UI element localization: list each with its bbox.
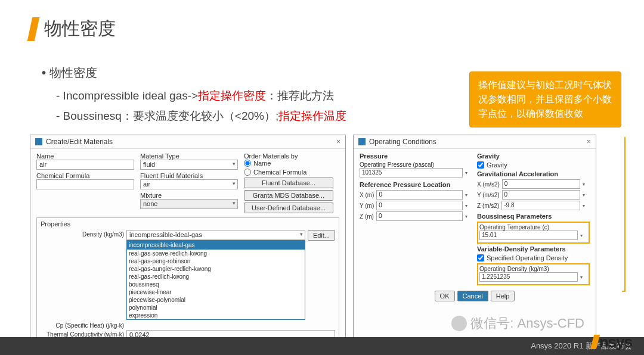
mix-label: Mixture — [140, 192, 238, 199]
title-accent — [27, 17, 40, 41]
spec-density-checkbox[interactable] — [477, 254, 484, 261]
ok-button[interactable]: OK — [435, 291, 455, 301]
dialog-title-text: Create/Edit Materials — [46, 138, 113, 146]
gravity-checkbox[interactable] — [477, 161, 484, 169]
pressure-title: Pressure — [360, 152, 472, 160]
wechat-icon — [451, 316, 467, 331]
dialog-titlebar: Create/Edit Materials × — [30, 135, 345, 149]
ref-loc-title: Reference Pressure Location — [360, 181, 472, 188]
op-press-label: Operating Pressure (pascal) — [360, 161, 472, 168]
highlight-temp: Operating Temperature (c) 15.01▾ — [477, 222, 590, 244]
density-label: Density (kg/m3) — [41, 230, 124, 238]
op-temp-input[interactable]: 15.01 — [479, 231, 578, 240]
name-input[interactable]: air — [36, 160, 134, 170]
order-name-radio[interactable] — [244, 160, 251, 167]
properties-group: Properties Density (kg/m3) incompressibl… — [36, 217, 339, 355]
ffm-label: Fluent Fluid Materials — [140, 172, 238, 179]
x-input[interactable]: 0 — [376, 190, 463, 200]
mtype-dropdown[interactable]: fluid — [140, 160, 238, 170]
materials-dialog: Create/Edit Materials × Name air Chemica… — [30, 135, 346, 355]
properties-title: Properties — [41, 220, 335, 228]
op-temp-label: Operating Temperature (c) — [479, 224, 587, 231]
fluent-db-button[interactable]: Fluent Database... — [244, 178, 333, 188]
dd-opt[interactable]: piecewise-polynomial — [127, 296, 305, 304]
op-dens-input[interactable]: 1.2251235 — [479, 272, 578, 282]
dd-opt[interactable]: real-gas-soave-redlich-kwong — [127, 250, 305, 257]
connector-line — [622, 137, 626, 292]
granta-db-button[interactable]: Granta MDS Database... — [244, 190, 333, 201]
page-title: 物性密度 — [44, 17, 116, 41]
slide: 物性密度 物性密度 - Incompressible ideal gas->指定… — [0, 0, 644, 355]
ffm-dropdown[interactable]: air — [140, 179, 238, 189]
dd-opt[interactable]: real-gas-peng-robinson — [127, 257, 305, 265]
dd-opt[interactable]: expression — [127, 312, 305, 319]
footer: Ansys 2020 R1 新产品发布会 — [0, 337, 644, 355]
dialog-icon — [358, 138, 366, 145]
order-chem-radio[interactable] — [244, 169, 251, 176]
title-section: 物性密度 — [30, 17, 614, 41]
dd-opt[interactable]: polynomial — [127, 304, 305, 312]
close-icon[interactable]: × — [336, 138, 340, 146]
z-input[interactable]: 0 — [376, 211, 463, 221]
cp-label: Cp (Specific Heat) (j/kg-k) — [41, 321, 124, 329]
vardens-title: Variable-Density Parameters — [477, 245, 590, 253]
edit-button[interactable]: Edit... — [308, 230, 335, 241]
dd-opt[interactable]: incompressible-ideal-gas — [127, 241, 305, 250]
grav-acc-title: Gravitational Acceleration — [477, 170, 590, 178]
density-dropdown[interactable]: incompressible-ideal-gas — [126, 230, 305, 240]
y-input[interactable]: 0 — [376, 201, 463, 210]
density-dropdown-list[interactable]: incompressible-ideal-gas real-gas-soave-… — [126, 240, 305, 320]
spinner-icon[interactable]: ▾ — [465, 170, 472, 176]
dialog-titlebar: Operating Conditions × — [354, 135, 596, 149]
highlight-density: Operating Density (kg/m3) 1.2251235▾ — [477, 263, 590, 285]
op-press-input[interactable]: 101325 — [360, 168, 463, 178]
chem-input[interactable] — [36, 179, 134, 189]
mix-dropdown: none — [140, 199, 238, 209]
op-dens-label: Operating Density (kg/m3) — [479, 266, 587, 272]
gy-input[interactable]: 0 — [502, 190, 580, 200]
wechat-watermark: 微信号: Ansys-CFD — [451, 314, 584, 332]
ansys-logo: nsys — [592, 333, 632, 351]
cancel-button[interactable]: Cancel — [457, 291, 488, 301]
mtype-label: Material Type — [140, 152, 238, 160]
gz-input[interactable]: -9.8 — [501, 201, 580, 210]
boussinesq-title: Boussinesq Parameters — [477, 213, 590, 220]
close-icon[interactable]: × — [587, 138, 591, 146]
user-db-button[interactable]: User-Defined Database... — [244, 203, 333, 213]
dialog-icon — [35, 138, 42, 145]
help-button[interactable]: Help — [491, 291, 515, 301]
dd-opt[interactable]: boussinesq — [127, 281, 305, 288]
dd-opt[interactable]: real-gas-aungier-redlich-kwong — [127, 265, 305, 273]
gx-input[interactable]: 0 — [502, 179, 580, 189]
gravity-title: Gravity — [477, 152, 590, 160]
name-label: Name — [36, 152, 134, 160]
order-label: Order Materials by — [244, 152, 339, 160]
dd-opt[interactable]: piecewise-linear — [127, 288, 305, 296]
annotation-box: 操作值建议与初始工况时气体状况参数相同，并且保留多个小数字点位，以确保数值收敛 — [469, 71, 621, 127]
dialog-title-text: Operating Conditions — [369, 138, 436, 146]
dd-opt[interactable]: real-gas-redlich-kwong — [127, 273, 305, 281]
chem-label: Chemical Formula — [36, 172, 134, 179]
